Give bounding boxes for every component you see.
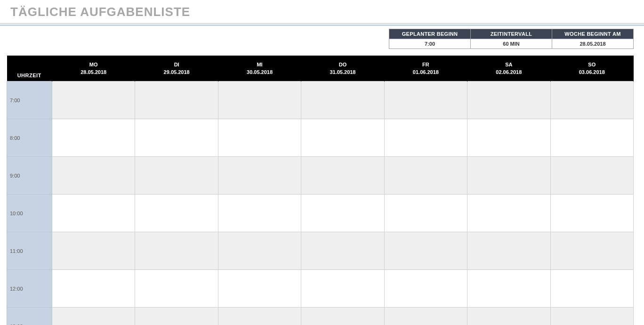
meta-settings-table: GEPLANTER BEGINN ZEITINTERVALL WOCHE BEG… xyxy=(389,29,634,49)
schedule-cell[interactable] xyxy=(550,232,633,270)
schedule-cell[interactable] xyxy=(467,119,550,157)
time-cell: 10:00 xyxy=(7,195,52,232)
schedule-row: 7:00 xyxy=(7,81,634,119)
time-cell: 12:00 xyxy=(7,270,52,308)
schedule-cell[interactable] xyxy=(384,81,467,119)
col-header-fr: FR01.06.2018 xyxy=(384,56,467,81)
schedule-cell[interactable] xyxy=(550,270,633,308)
col-header-mi: MI30.05.2018 xyxy=(218,56,301,81)
schedule-row: 10:00 xyxy=(7,195,634,232)
schedule-cell[interactable] xyxy=(135,232,218,270)
schedule-cell[interactable] xyxy=(52,195,135,232)
schedule-body: 7:00 8:00 9:00 10:00 11:00 xyxy=(7,81,634,325)
time-cell: 9:00 xyxy=(7,157,52,195)
time-cell: 13:00 xyxy=(7,308,52,325)
schedule-cell[interactable] xyxy=(135,308,218,325)
time-cell: 11:00 xyxy=(7,232,52,270)
schedule-cell[interactable] xyxy=(467,270,550,308)
schedule-cell[interactable] xyxy=(301,119,384,157)
meta-header-start: GEPLANTER BEGINN xyxy=(389,29,471,39)
schedule-cell[interactable] xyxy=(301,232,384,270)
day-label: DI xyxy=(135,61,217,68)
day-label: SO xyxy=(551,61,633,68)
schedule-cell[interactable] xyxy=(550,308,633,325)
schedule-cell[interactable] xyxy=(550,195,633,232)
col-header-sa: SA02.06.2018 xyxy=(467,56,550,81)
schedule-cell[interactable] xyxy=(467,308,550,325)
schedule-cell[interactable] xyxy=(467,81,550,119)
schedule-cell[interactable] xyxy=(384,157,467,195)
schedule-cell[interactable] xyxy=(301,195,384,232)
schedule-row: 8:00 xyxy=(7,119,634,157)
schedule-cell[interactable] xyxy=(135,119,218,157)
day-date: 29.05.2018 xyxy=(135,69,217,75)
day-date: 28.05.2018 xyxy=(52,69,135,75)
schedule-cell[interactable] xyxy=(135,195,218,232)
day-label: FR xyxy=(385,61,467,68)
schedule-cell[interactable] xyxy=(467,157,550,195)
schedule-table: UHRZEIT MO28.05.2018 DI29.05.2018 MI30.0… xyxy=(7,56,634,325)
schedule-cell[interactable] xyxy=(52,232,135,270)
schedule-cell[interactable] xyxy=(301,308,384,325)
schedule-cell[interactable] xyxy=(135,81,218,119)
schedule-cell[interactable] xyxy=(218,81,301,119)
schedule-cell[interactable] xyxy=(467,195,550,232)
meta-header-interval: ZEITINTERVALL xyxy=(471,29,552,39)
page-title: TÄGLICHE AUFGABENLISTE xyxy=(0,0,644,23)
schedule-cell[interactable] xyxy=(301,81,384,119)
schedule-cell[interactable] xyxy=(218,195,301,232)
meta-value-start[interactable]: 7:00 xyxy=(389,39,471,49)
schedule-cell[interactable] xyxy=(52,119,135,157)
day-date: 31.05.2018 xyxy=(301,69,384,75)
col-header-di: DI29.05.2018 xyxy=(135,56,218,81)
schedule-cell[interactable] xyxy=(384,270,467,308)
col-header-mo: MO28.05.2018 xyxy=(52,56,135,81)
schedule-cell[interactable] xyxy=(384,308,467,325)
schedule-row: 12:00 xyxy=(7,270,634,308)
schedule-cell[interactable] xyxy=(218,119,301,157)
day-label: SA xyxy=(467,61,550,68)
divider xyxy=(0,23,644,24)
day-date: 01.06.2018 xyxy=(385,69,467,75)
schedule-cell[interactable] xyxy=(218,308,301,325)
schedule-row: 9:00 xyxy=(7,157,634,195)
schedule-cell[interactable] xyxy=(218,270,301,308)
col-header-so: SO03.06.2018 xyxy=(550,56,633,81)
schedule-cell[interactable] xyxy=(467,232,550,270)
schedule-cell[interactable] xyxy=(52,81,135,119)
col-header-time: UHRZEIT xyxy=(7,56,52,81)
time-cell: 7:00 xyxy=(7,81,52,119)
day-date: 02.06.2018 xyxy=(467,69,550,75)
schedule-cell[interactable] xyxy=(301,157,384,195)
meta-value-week[interactable]: 28.05.2018 xyxy=(552,39,634,49)
time-cell: 8:00 xyxy=(7,119,52,157)
day-label: DO xyxy=(301,61,384,68)
schedule-cell[interactable] xyxy=(384,232,467,270)
schedule-row: 11:00 xyxy=(7,232,634,270)
day-date: 03.06.2018 xyxy=(551,69,633,75)
day-label: MO xyxy=(52,61,135,68)
schedule-row: 13:00 xyxy=(7,308,634,325)
schedule-cell[interactable] xyxy=(550,119,633,157)
meta-value-interval[interactable]: 60 MIN xyxy=(471,39,552,49)
col-header-do: DO31.05.2018 xyxy=(301,56,384,81)
schedule-cell[interactable] xyxy=(52,157,135,195)
schedule-cell[interactable] xyxy=(52,308,135,325)
day-label: MI xyxy=(218,61,301,68)
schedule-cell[interactable] xyxy=(218,157,301,195)
schedule-cell[interactable] xyxy=(384,195,467,232)
schedule-cell[interactable] xyxy=(135,157,218,195)
day-date: 30.05.2018 xyxy=(218,69,301,75)
schedule-cell[interactable] xyxy=(384,119,467,157)
meta-header-week: WOCHE BEGINNT AM xyxy=(552,29,634,39)
schedule-cell[interactable] xyxy=(301,270,384,308)
schedule-cell[interactable] xyxy=(135,270,218,308)
schedule-cell[interactable] xyxy=(550,157,633,195)
schedule-cell[interactable] xyxy=(52,270,135,308)
schedule-cell[interactable] xyxy=(550,81,633,119)
schedule-cell[interactable] xyxy=(218,232,301,270)
